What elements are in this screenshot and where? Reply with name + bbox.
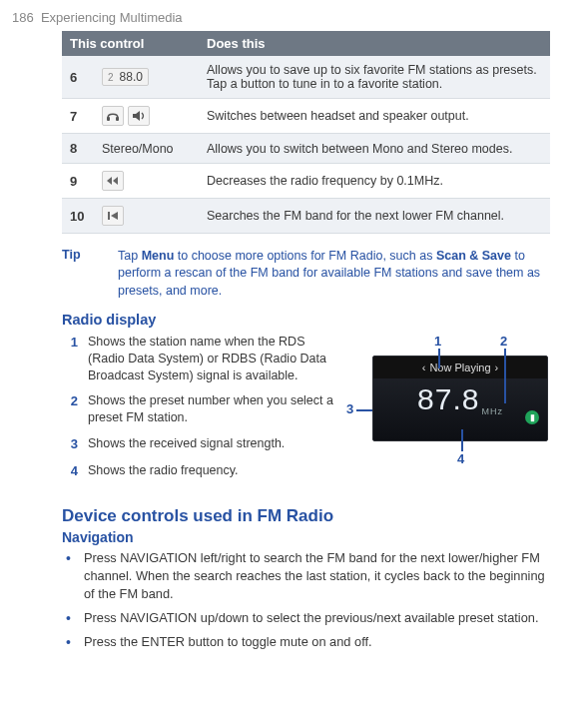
list-item: 1Shows the station name when the RDS (Ra… <box>62 334 336 384</box>
preset-chip-icon: 2 88.0 <box>102 68 149 86</box>
fig-leader-line <box>504 349 506 403</box>
item-text: Shows the station name when the RDS (Rad… <box>88 334 336 384</box>
svg-rect-1 <box>116 117 119 121</box>
fig-leader-line <box>356 409 372 411</box>
fig-label-2: 2 <box>500 334 507 349</box>
item-text: Shows the radio frequency. <box>88 462 239 480</box>
page-content: This control Does this 6 2 88.0 Allows y… <box>0 31 588 651</box>
item-number: 4 <box>62 462 78 480</box>
list-item: 4Shows the radio frequency. <box>62 462 336 480</box>
tip-text-part: to choose more options for FM Radio, suc… <box>174 249 436 263</box>
tip-text-part: Tap <box>118 249 142 263</box>
control-desc: Searches the FM band for the next lower … <box>199 199 550 234</box>
list-item: 3Shows the received signal strength. <box>62 435 336 453</box>
fig-label-3: 3 <box>346 401 353 416</box>
table-row: 7 Switches between headset and speaker o… <box>62 99 550 134</box>
row-number: 8 <box>62 134 94 164</box>
skip-prev-icon <box>102 206 124 226</box>
chevron-right-icon: › <box>495 362 499 373</box>
fig-label-4: 4 <box>457 451 464 466</box>
table-row: 9 Decreases the radio frequency by 0.1MH… <box>62 164 550 199</box>
list-item: Press NAVIGATION left/right to search th… <box>80 549 550 603</box>
control-cell <box>94 99 199 134</box>
th-does: Does this <box>199 31 550 56</box>
rewind-icon <box>102 171 124 191</box>
radio-display-list: 1Shows the station name when the RDS (Ra… <box>62 334 336 488</box>
control-cell <box>94 199 199 234</box>
page-number: 186 <box>12 10 34 25</box>
now-playing-bar: ‹ Now Playing › <box>373 357 547 378</box>
page-header: 186 Experiencing Multimedia <box>0 0 588 31</box>
navigation-subheading: Navigation <box>62 529 550 545</box>
fig-leader-line <box>438 349 440 368</box>
row-number: 6 <box>62 56 94 99</box>
svg-rect-2 <box>108 212 110 220</box>
tip-label: Tip <box>62 248 118 300</box>
chevron-left-icon: ‹ <box>422 362 426 373</box>
control-desc: Allows you to save up to six favorite FM… <box>199 56 550 99</box>
tip-bold-menu: Menu <box>142 249 175 263</box>
speaker-icon <box>128 106 150 126</box>
tip-text: Tap Menu to choose more options for FM R… <box>118 248 550 300</box>
tip-bold-scan-save: Scan & Save <box>436 249 511 263</box>
item-text: Shows the preset number when you select … <box>88 392 336 426</box>
item-number: 3 <box>62 435 78 453</box>
item-number: 1 <box>62 334 78 384</box>
radio-display-heading: Radio display <box>62 312 550 328</box>
control-desc: Decreases the radio frequency by 0.1MHz. <box>199 164 550 199</box>
list-item: 2Shows the preset number when you select… <box>62 392 336 426</box>
table-row: 10 Searches the FM band for the next low… <box>62 199 550 234</box>
svg-rect-0 <box>107 117 110 121</box>
table-row: 6 2 88.0 Allows you to save up to six fa… <box>62 56 550 99</box>
list-item: Press NAVIGATION up/down to select the p… <box>80 609 550 627</box>
signal-strength-icon: ▮ <box>525 410 539 424</box>
row-number: 7 <box>62 99 94 134</box>
fig-label-1: 1 <box>434 334 441 349</box>
table-row: 8 Stereo/Mono Allows you to switch betwe… <box>62 134 550 164</box>
fig-leader-line <box>461 429 463 451</box>
item-text: Shows the received signal strength. <box>88 435 285 453</box>
row-number: 10 <box>62 199 94 234</box>
tip-block: Tip Tap Menu to choose more options for … <box>62 248 550 300</box>
control-desc: Switches between headset and speaker out… <box>199 99 550 134</box>
radio-figure: 1 2 3 4 ‹ Now Playing › 87.8MHz ▮ <box>350 334 550 483</box>
controls-table: This control Does this 6 2 88.0 Allows y… <box>62 31 550 234</box>
headset-icon <box>102 106 124 126</box>
preset-slot-number: 2 <box>108 72 114 83</box>
control-desc: Allows you to switch between Mono and St… <box>199 134 550 164</box>
device-controls-heading: Device controls used in FM Radio <box>62 506 550 526</box>
row-number: 9 <box>62 164 94 199</box>
control-cell: Stereo/Mono <box>94 134 199 164</box>
page-title: Experiencing Multimedia <box>41 10 183 25</box>
radio-screen: ‹ Now Playing › 87.8MHz ▮ <box>372 356 548 441</box>
item-number: 2 <box>62 392 78 426</box>
freq-value: 87.8 <box>417 382 479 415</box>
radio-frequency-display: 87.8MHz <box>373 378 547 416</box>
navigation-bullet-list: Press NAVIGATION left/right to search th… <box>62 549 550 651</box>
control-cell: 2 88.0 <box>94 56 199 99</box>
th-control: This control <box>62 31 199 56</box>
freq-unit: MHz <box>481 406 503 416</box>
radio-display-row: 1Shows the station name when the RDS (Ra… <box>62 334 550 488</box>
list-item: Press the ENTER button to toggle mute on… <box>80 633 550 651</box>
preset-freq: 88.0 <box>120 70 143 84</box>
control-cell <box>94 164 199 199</box>
